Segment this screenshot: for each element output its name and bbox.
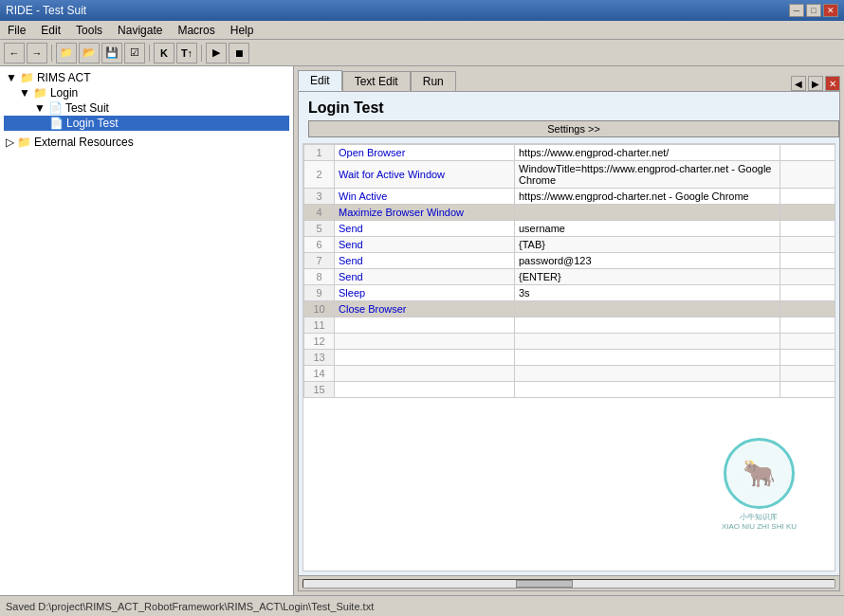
- arg1-cell[interactable]: https://www.engprod-charter.net - Google…: [515, 189, 780, 205]
- tree-item-test-suit[interactable]: ▼ 📄 Test Suit: [4, 100, 289, 116]
- table-row[interactable]: 10Close Browser: [304, 301, 836, 317]
- arg1-cell[interactable]: https://www.engprod-charter.net/: [515, 145, 780, 161]
- toolbar-run[interactable]: ▶: [206, 43, 227, 63]
- arg2-cell[interactable]: [780, 189, 836, 205]
- arg2-cell[interactable]: [780, 269, 836, 285]
- arg1-cell[interactable]: [515, 382, 780, 398]
- minimize-button[interactable]: ─: [789, 4, 804, 17]
- close-button[interactable]: ✕: [823, 4, 838, 17]
- tree-item-login[interactable]: ▼ 📁 Login: [4, 85, 289, 100]
- tree-item-login-test[interactable]: 📄 Login Test: [4, 116, 289, 131]
- toolbar-stop[interactable]: ⏹: [229, 43, 249, 63]
- keyword-cell[interactable]: [335, 366, 515, 382]
- toolbar-t[interactable]: T↑: [176, 43, 197, 63]
- arg1-cell[interactable]: WindowTitle=https://www.engprod-charter.…: [515, 161, 780, 189]
- menu-file[interactable]: File: [0, 22, 33, 39]
- keyword-cell[interactable]: Send: [335, 269, 515, 285]
- arg2-cell[interactable]: [780, 350, 836, 366]
- tab-close-button[interactable]: ✕: [825, 76, 840, 91]
- tree-item-external-resources[interactable]: ▷ 📁 External Resources: [4, 135, 289, 150]
- tree-item-rims-act[interactable]: ▼ 📁 RIMS ACT: [4, 70, 289, 85]
- row-number: 5: [304, 221, 335, 237]
- arg1-cell[interactable]: [515, 366, 780, 382]
- arg2-cell[interactable]: [780, 221, 836, 237]
- toolbar-save[interactable]: 💾: [101, 43, 122, 63]
- arg2-cell[interactable]: [780, 366, 836, 382]
- keyword-cell[interactable]: Maximize Browser Window: [335, 205, 515, 221]
- arg1-cell[interactable]: username: [515, 221, 780, 237]
- table-row[interactable]: 1Open Browserhttps://www.engprod-charter…: [304, 145, 836, 161]
- toolbar-sep3: [201, 45, 202, 62]
- arg1-cell[interactable]: [515, 301, 780, 317]
- arg2-cell[interactable]: [780, 253, 836, 269]
- tab-run[interactable]: Run: [411, 71, 456, 91]
- arg1-cell[interactable]: 3s: [515, 285, 780, 301]
- arg2-cell[interactable]: [780, 205, 836, 221]
- menu-navigate[interactable]: Navigate: [110, 22, 170, 39]
- horizontal-scrollbar[interactable]: [299, 575, 839, 590]
- tree-label: External Resources: [34, 136, 134, 149]
- toolbar-forward[interactable]: →: [27, 43, 47, 63]
- arg1-cell[interactable]: {TAB}: [515, 237, 780, 253]
- toolbar-open[interactable]: 📁: [56, 43, 77, 63]
- arg2-cell[interactable]: [780, 382, 836, 398]
- tab-text-edit[interactable]: Text Edit: [342, 71, 411, 91]
- table-row[interactable]: 6Send{TAB}: [304, 237, 836, 253]
- arg2-cell[interactable]: [780, 237, 836, 253]
- toolbar-back[interactable]: ←: [4, 43, 25, 63]
- table-row[interactable]: 4Maximize Browser Window: [304, 205, 836, 221]
- scroll-thumb[interactable]: [516, 580, 573, 588]
- settings-button[interactable]: Settings >>: [308, 120, 839, 137]
- arg2-cell[interactable]: [780, 145, 836, 161]
- table-row[interactable]: 3Win Activehttps://www.engprod-charter.n…: [304, 189, 836, 205]
- tab-prev-button[interactable]: ◀: [791, 76, 806, 91]
- table-row[interactable]: 8Send{ENTER}: [304, 269, 836, 285]
- table-row[interactable]: 15: [304, 382, 836, 398]
- keyword-cell[interactable]: [335, 334, 515, 350]
- table-row[interactable]: 2Wait for Active WindowWindowTitle=https…: [304, 161, 836, 189]
- menu-help[interactable]: Help: [223, 22, 262, 39]
- scroll-track[interactable]: [303, 579, 835, 589]
- keyword-cell[interactable]: Send: [335, 253, 515, 269]
- toolbar-k[interactable]: K: [154, 43, 174, 63]
- arg2-cell[interactable]: [780, 334, 836, 350]
- arg2-cell[interactable]: [780, 285, 836, 301]
- toolbar-open2[interactable]: 📂: [79, 43, 100, 63]
- keyword-cell[interactable]: [335, 317, 515, 334]
- tab-edit[interactable]: Edit: [298, 70, 342, 91]
- keyword-cell[interactable]: Wait for Active Window: [335, 161, 515, 189]
- arg2-cell[interactable]: [780, 317, 836, 334]
- table-row[interactable]: 12: [304, 334, 836, 350]
- toolbar-check[interactable]: ☑: [124, 43, 145, 63]
- table-row[interactable]: 9Sleep3s: [304, 285, 836, 301]
- keyword-cell[interactable]: Send: [335, 221, 515, 237]
- menu-macros[interactable]: Macros: [170, 22, 222, 39]
- keyword-cell[interactable]: Close Browser: [335, 301, 515, 317]
- main-layout: ▼ 📁 RIMS ACT ▼ 📁 Login ▼ 📄 Test Suit 📄 L…: [0, 66, 844, 595]
- arg1-cell[interactable]: [515, 334, 780, 350]
- arg1-cell[interactable]: password@123: [515, 253, 780, 269]
- keyword-cell[interactable]: [335, 350, 515, 366]
- arg1-cell[interactable]: [515, 350, 780, 366]
- keyword-cell[interactable]: Open Browser: [335, 145, 515, 161]
- keyword-cell[interactable]: Sleep: [335, 285, 515, 301]
- arg2-cell[interactable]: [780, 301, 836, 317]
- table-row[interactable]: 11: [304, 317, 836, 334]
- keyword-cell[interactable]: [335, 382, 515, 398]
- tab-next-button[interactable]: ▶: [808, 76, 823, 91]
- keyword-cell[interactable]: Win Active: [335, 189, 515, 205]
- menu-edit[interactable]: Edit: [33, 22, 68, 39]
- arg1-cell[interactable]: {ENTER}: [515, 269, 780, 285]
- table-row[interactable]: 5Sendusername: [304, 221, 836, 237]
- table-row[interactable]: 7Sendpassword@123: [304, 253, 836, 269]
- arg1-cell[interactable]: [515, 205, 780, 221]
- tree-label: RIMS ACT: [37, 71, 91, 84]
- keyword-cell[interactable]: Send: [335, 237, 515, 253]
- menu-tools[interactable]: Tools: [68, 22, 110, 39]
- arg2-cell[interactable]: [780, 161, 836, 189]
- table-row[interactable]: 14: [304, 366, 836, 382]
- arg1-cell[interactable]: [515, 317, 780, 334]
- table-row[interactable]: 13: [304, 350, 836, 366]
- row-number: 12: [304, 334, 335, 350]
- maximize-button[interactable]: □: [806, 4, 821, 17]
